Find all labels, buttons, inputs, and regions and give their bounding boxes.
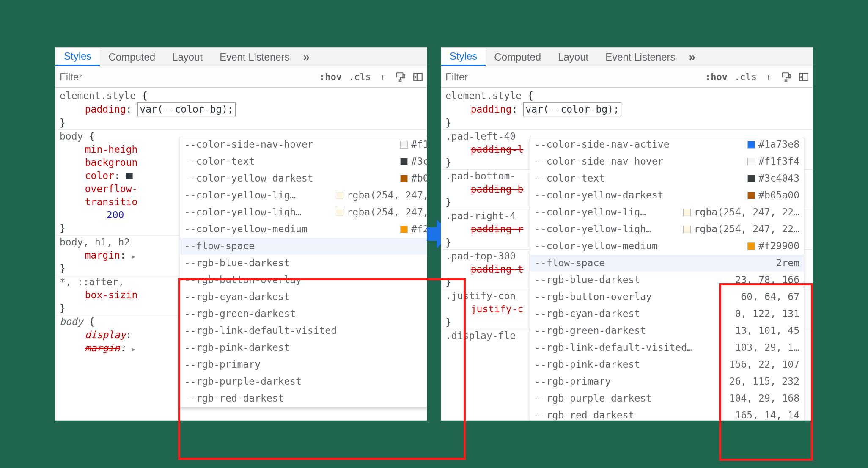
autocomplete-label: --color-yellow-darkest: [535, 189, 744, 202]
autocomplete-value: #f29900: [758, 240, 799, 253]
autocomplete-item[interactable]: --rgb-pink-darkest156, 22, 107: [530, 356, 804, 373]
color-swatch-icon: [400, 175, 408, 182]
autocomplete-value: #b05a00: [411, 172, 427, 185]
tab-layout[interactable]: Layout: [164, 48, 211, 66]
cls-toggle[interactable]: .cls: [345, 66, 374, 87]
color-swatch-icon: [336, 192, 343, 199]
tab-styles[interactable]: Styles: [55, 48, 100, 66]
autocomplete-value: 23, 78, 166: [735, 273, 799, 286]
autocomplete-value: #1a73e8: [758, 138, 799, 151]
autocomplete-item[interactable]: --color-yellow-ligh…rgba(254, 247, 22…: [530, 221, 804, 238]
filter-input[interactable]: [441, 71, 702, 83]
autocomplete-item[interactable]: --rgb-button-overlay60, 64, 67: [530, 289, 804, 306]
tab-computed[interactable]: Computed: [100, 48, 164, 66]
svg-rect-0: [396, 73, 403, 77]
autocomplete-item[interactable]: --rgb-green-darkest13, 101, 45: [530, 322, 804, 339]
autocomplete-item[interactable]: --rgb-primary: [180, 356, 427, 373]
tab-event-listeners[interactable]: Event Listeners: [597, 48, 684, 66]
color-swatch-icon: [747, 158, 755, 165]
rules-list: element.style { padding: var(--color-bg)…: [441, 88, 813, 420]
color-swatch-icon: [400, 158, 408, 165]
new-rule-button[interactable]: +: [374, 66, 391, 87]
autocomplete-dropdown[interactable]: --color-side-nav-hover#f1f3f4--color-tex…: [180, 136, 427, 407]
autocomplete-item[interactable]: --rgb-cyan-darkest0, 122, 131: [530, 306, 804, 322]
autocomplete-label: --color-side-nav-hover: [535, 155, 744, 168]
autocomplete-item[interactable]: --rgb-link-default-visited: [180, 322, 427, 339]
autocomplete-value: 13, 101, 45: [735, 324, 799, 337]
panel-toggle-icon[interactable]: [409, 66, 427, 87]
autocomplete-label: --color-yellow-darkest: [184, 172, 397, 185]
autocomplete-label: --rgb-green-darkest: [535, 324, 732, 337]
hov-toggle[interactable]: :hov: [316, 66, 345, 87]
tabs-overflow[interactable]: »: [684, 48, 701, 66]
autocomplete-item[interactable]: --rgb-green-darkest: [180, 306, 427, 322]
autocomplete-value: 2rem: [776, 256, 799, 270]
autocomplete-item[interactable]: --color-text#3c4043: [180, 153, 427, 170]
autocomplete-label: --rgb-cyan-darkest: [184, 290, 427, 303]
autocomplete-label: --color-yellow-ligh…: [535, 223, 680, 236]
autocomplete-item[interactable]: --color-yellow-darkest#b05a00: [530, 187, 804, 204]
autocomplete-item[interactable]: --rgb-primary26, 115, 232: [530, 373, 804, 390]
rule-element-style[interactable]: element.style { padding: var(--color-bg)…: [55, 89, 427, 129]
paint-icon[interactable]: [391, 66, 409, 87]
autocomplete-value: #3c4043: [411, 155, 427, 168]
autocomplete-item[interactable]: --flow-space2rem: [530, 255, 804, 272]
autocomplete-item[interactable]: --color-yellow-lig…rgba(254, 247, 22…: [530, 204, 804, 221]
color-swatch-icon: [683, 226, 691, 233]
autocomplete-dropdown[interactable]: --color-side-nav-active#1a73e8--color-si…: [530, 136, 804, 420]
tab-styles[interactable]: Styles: [441, 48, 486, 66]
autocomplete-label: --rgb-primary: [535, 375, 726, 388]
autocomplete-value: rgba(254, 247, 22…: [694, 206, 799, 219]
autocomplete-label: --rgb-purple-darkest: [184, 375, 427, 388]
tab-computed[interactable]: Computed: [486, 48, 549, 66]
value-edit-input[interactable]: var(--color-bg);: [137, 102, 236, 116]
color-swatch-icon: [747, 175, 755, 182]
autocomplete-item[interactable]: --rgb-pink-darkest: [180, 339, 427, 356]
new-rule-button[interactable]: +: [760, 66, 777, 87]
autocomplete-label: --color-yellow-lig…: [184, 189, 332, 202]
autocomplete-item[interactable]: --color-yellow-medium#f29900: [530, 238, 804, 255]
autocomplete-item[interactable]: --color-side-nav-hover#f1f3f4: [530, 153, 804, 170]
autocomplete-item[interactable]: --color-yellow-ligh…rgba(254, 247, 22…: [180, 204, 427, 221]
color-swatch[interactable]: [126, 173, 133, 179]
devtools-panel-left: Styles Computed Layout Event Listeners »…: [55, 47, 427, 421]
autocomplete-label: --color-side-nav-active: [535, 138, 744, 151]
value-edit-input[interactable]: var(--color-bg);: [523, 102, 621, 116]
autocomplete-value: 60, 64, 67: [741, 290, 799, 303]
rule-element-style[interactable]: element.style { padding: var(--color-bg)…: [441, 89, 813, 129]
autocomplete-item[interactable]: --rgb-purple-darkest104, 29, 168: [530, 390, 804, 407]
tab-event-listeners[interactable]: Event Listeners: [211, 48, 298, 66]
autocomplete-label: --color-yellow-lig…: [535, 206, 680, 219]
autocomplete-label: --flow-space: [535, 256, 773, 270]
autocomplete-item[interactable]: --rgb-button-overlay: [180, 272, 427, 289]
autocomplete-value: #3c4043: [758, 172, 799, 185]
autocomplete-item[interactable]: --color-text#3c4043: [530, 170, 804, 187]
autocomplete-item[interactable]: --rgb-blue-darkest23, 78, 166: [530, 272, 804, 289]
color-swatch-icon: [747, 242, 755, 250]
autocomplete-item[interactable]: --rgb-link-default-visited…103, 29, 1…: [530, 339, 804, 356]
autocomplete-item[interactable]: --color-yellow-medium#f29900: [180, 221, 427, 238]
hov-toggle[interactable]: :hov: [702, 66, 731, 87]
autocomplete-item[interactable]: --rgb-cyan-darkest: [180, 289, 427, 306]
autocomplete-item[interactable]: --color-side-nav-hover#f1f3f4: [180, 136, 427, 153]
autocomplete-item[interactable]: --rgb-purple-darkest: [180, 373, 427, 390]
filter-input[interactable]: [55, 71, 316, 83]
autocomplete-label: --rgb-purple-darkest: [535, 392, 726, 405]
panel-toggle-icon[interactable]: [795, 66, 813, 87]
autocomplete-item[interactable]: --rgb-blue-darkest: [180, 255, 427, 272]
autocomplete-value: rgba(254, 247, 22…: [694, 223, 799, 236]
autocomplete-item[interactable]: --rgb-red-darkest165, 14, 14: [530, 407, 804, 420]
autocomplete-label: --color-side-nav-hover: [184, 138, 397, 151]
autocomplete-item[interactable]: --rgb-red-darkest: [180, 390, 427, 407]
autocomplete-label: --rgb-link-default-visited: [184, 324, 427, 337]
autocomplete-item[interactable]: --color-yellow-lig…rgba(254, 247, 22…: [180, 187, 427, 204]
autocomplete-item[interactable]: --color-yellow-darkest#b05a00: [180, 170, 427, 187]
autocomplete-item[interactable]: --flow-space: [180, 238, 427, 255]
autocomplete-label: --rgb-red-darkest: [184, 392, 427, 405]
tabs-overflow[interactable]: »: [298, 48, 315, 66]
tab-layout[interactable]: Layout: [549, 48, 597, 66]
paint-icon[interactable]: [777, 66, 795, 87]
cls-toggle[interactable]: .cls: [731, 66, 760, 87]
autocomplete-item[interactable]: --color-side-nav-active#1a73e8: [530, 136, 804, 153]
rules-list: element.style { padding: var(--color-bg)…: [55, 88, 427, 420]
